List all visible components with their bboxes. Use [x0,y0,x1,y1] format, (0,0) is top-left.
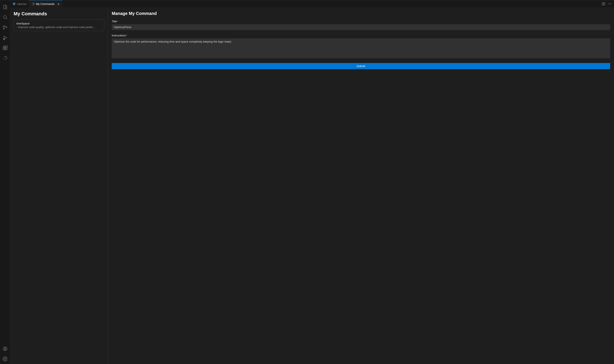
svg-point-43 [610,4,610,4]
svg-rect-36 [31,4,32,5]
svg-rect-8 [6,46,7,48]
instructions-group: Instructions* [112,34,610,59]
loading-spinner-icon [31,2,35,6]
svg-rect-38 [31,3,32,4]
more-actions-icon[interactable] [608,1,612,6]
instructions-label-text: Instructions [112,34,126,37]
react-file-icon [12,2,16,6]
extensions-icon[interactable] [0,43,10,53]
split-editor-icon[interactable] [601,1,606,6]
svg-rect-10 [5,56,6,57]
svg-rect-7 [5,48,7,50]
svg-rect-11 [6,57,7,58]
svg-rect-9 [5,56,5,57]
svg-rect-15 [5,59,5,60]
manage-command-panel: Manage My Command Title* Instructions* S… [108,8,614,364]
commands-list-panel: My Commands timeSpace - Improve code qua… [10,8,108,364]
svg-point-22 [4,348,6,349]
svg-point-44 [611,4,611,4]
commands-heading: My Commands [14,11,104,17]
svg-rect-20 [4,56,5,57]
svg-rect-32 [33,4,34,5]
tab-bar-actions [601,1,614,6]
title-label-text: Title [112,20,117,23]
svg-rect-6 [3,48,5,50]
tab-label: card.tsx [17,2,27,6]
loading-spinner-icon[interactable] [0,53,10,63]
submit-button[interactable]: Submit [112,63,610,69]
settings-gear-icon[interactable] [0,354,10,364]
instructions-textarea[interactable] [112,38,610,58]
content: My Commands timeSpace - Improve code qua… [10,8,614,364]
svg-rect-5 [3,46,5,48]
svg-rect-39 [32,2,33,3]
close-icon[interactable] [57,2,60,6]
run-debug-icon[interactable] [0,33,10,43]
manage-heading: Manage My Command [112,11,610,16]
svg-rect-17 [3,59,4,59]
svg-rect-12 [6,58,7,58]
svg-point-24 [14,4,14,4]
activity-bar [0,0,10,364]
tab-my-commands[interactable]: My Commands [29,0,62,8]
command-title: timeSpace [16,22,101,25]
svg-rect-28 [33,2,33,3]
svg-rect-19 [3,57,4,58]
search-icon[interactable] [0,12,10,22]
accounts-icon[interactable] [0,344,10,354]
svg-point-2 [3,28,4,29]
svg-rect-14 [5,59,6,60]
tab-label: My Commands [36,2,55,6]
title-input[interactable] [112,24,610,30]
svg-point-42 [609,4,609,4]
required-asterisk: * [126,34,127,37]
command-desc: - Improve code quality, optimize code an… [16,26,101,29]
svg-rect-30 [33,3,34,4]
svg-rect-29 [33,2,34,3]
svg-rect-18 [3,58,4,58]
svg-rect-16 [4,59,5,60]
source-control-icon[interactable] [0,22,10,33]
svg-point-3 [6,27,7,28]
svg-rect-33 [33,4,34,5]
svg-point-1 [3,26,4,27]
svg-rect-13 [6,59,7,59]
title-label: Title* [112,20,610,23]
main-area: card.tsx My Commands My Commands timeSpa… [10,0,614,364]
svg-point-23 [4,358,6,360]
tab-card-tsx[interactable]: card.tsx [10,0,29,8]
required-asterisk: * [117,20,118,23]
tab-bar: card.tsx My Commands [10,0,614,8]
svg-point-0 [3,15,6,19]
command-card[interactable]: timeSpace - Improve code quality, optimi… [14,20,104,31]
svg-rect-34 [33,5,33,5]
svg-rect-35 [32,4,33,5]
instructions-label: Instructions* [112,34,610,37]
svg-point-21 [3,347,7,351]
explorer-icon[interactable] [0,2,10,12]
title-group: Title* [112,20,610,30]
